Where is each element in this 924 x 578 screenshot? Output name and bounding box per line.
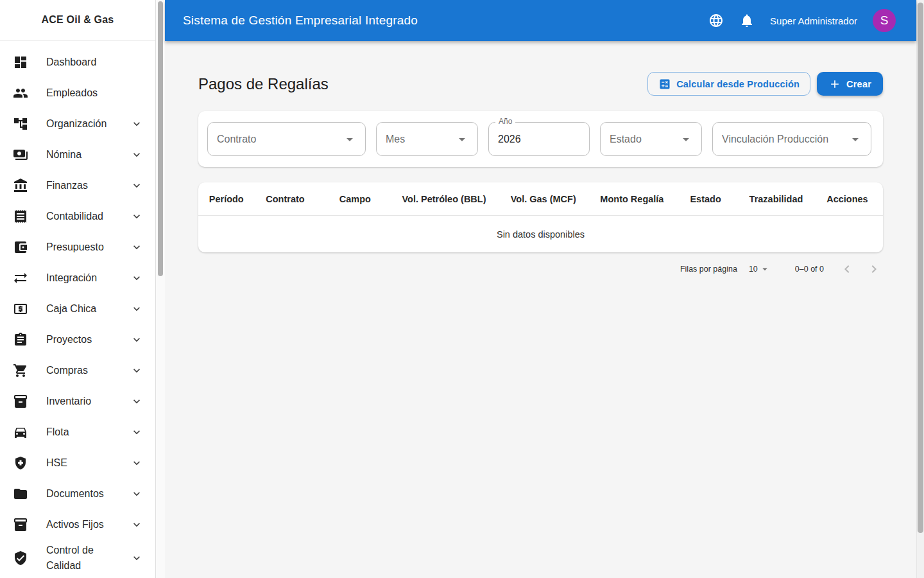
contrato-filter-select[interactable]: Contrato bbox=[207, 122, 366, 156]
chevron-down-icon bbox=[130, 179, 143, 192]
sidebar-item-control-de-calidad[interactable]: Control de Calidad bbox=[0, 540, 155, 576]
brand: ACE Oil & Gas bbox=[0, 0, 155, 40]
chevron-down-icon bbox=[130, 487, 143, 500]
page-actions: Calcular desde Producción Crear bbox=[647, 72, 883, 96]
avatar[interactable]: S bbox=[873, 9, 896, 32]
folder-icon bbox=[13, 486, 28, 502]
sidebar-scrollbar-thumb[interactable] bbox=[158, 1, 163, 276]
chevron-down-icon bbox=[130, 457, 143, 469]
sidebar-scrollbar[interactable] bbox=[156, 0, 165, 578]
estado-filter-select[interactable]: Estado bbox=[600, 122, 702, 156]
anio-value: 2026 bbox=[498, 134, 521, 145]
sidebar-item-organizacion[interactable]: Organización bbox=[0, 109, 155, 139]
sidebar-item-finanzas[interactable]: Finanzas bbox=[0, 170, 155, 201]
cart-icon bbox=[13, 363, 28, 378]
create-button[interactable]: Crear bbox=[817, 72, 883, 96]
sidebar-item-inventario[interactable]: Inventario bbox=[0, 386, 155, 417]
language-globe-icon[interactable] bbox=[708, 13, 724, 28]
table-pagination: Filas por página 10 0–0 of 0 bbox=[198, 252, 883, 286]
sidebar-item-label: Documentos bbox=[46, 486, 130, 502]
sidebar-item-label: Flota bbox=[46, 425, 130, 440]
sidebar-item-label: Nómina bbox=[46, 147, 130, 162]
app-title: Sistema de Gestión Empresarial Integrado bbox=[183, 13, 708, 28]
sidebar-item-label: HSE bbox=[46, 455, 130, 471]
arrow-drop-down-icon bbox=[342, 132, 357, 147]
sidebar-item-caja-chica[interactable]: Caja Chica bbox=[0, 293, 155, 324]
window-scrollbar[interactable] bbox=[916, 0, 924, 578]
chevron-down-icon bbox=[130, 272, 143, 285]
sidebar-item-label: Control de Calidad bbox=[46, 543, 130, 574]
main-area: Sistema de Gestión Empresarial Integrado… bbox=[165, 0, 916, 578]
sidebar-item-activos-fijos[interactable]: Activos Fijos bbox=[0, 509, 155, 540]
royalties-table: PeríodoContratoCampoVol. Petróleo (BBL)V… bbox=[198, 182, 883, 252]
sidebar-item-label: Inventario bbox=[46, 394, 130, 409]
column-header[interactable]: Vol. Gas (MCF) bbox=[494, 194, 593, 204]
chevron-down-icon bbox=[130, 148, 143, 161]
sidebar-item-compras[interactable]: Compras bbox=[0, 355, 155, 386]
sidebar-item-label: Dashboard bbox=[46, 55, 143, 70]
sidebar-item-contabilidad[interactable]: Contabilidad bbox=[0, 201, 155, 232]
sidebar-item-label: Contabilidad bbox=[46, 209, 130, 224]
chevron-down-icon bbox=[130, 552, 143, 565]
sidebar-item-empleados[interactable]: Empleados bbox=[0, 78, 155, 109]
column-header[interactable]: Campo bbox=[316, 194, 395, 204]
column-header[interactable]: Trazabilidad bbox=[740, 194, 812, 204]
people-icon bbox=[13, 85, 28, 101]
rows-per-page-label: Filas por página bbox=[680, 265, 737, 274]
sidebar-item-presupuesto[interactable]: Presupuesto bbox=[0, 232, 155, 263]
calculate-from-production-button[interactable]: Calcular desde Producción bbox=[647, 72, 810, 96]
chevron-right-icon bbox=[866, 261, 882, 277]
column-header[interactable]: Vol. Petróleo (BBL) bbox=[394, 194, 494, 204]
column-header[interactable]: Estado bbox=[671, 194, 740, 204]
sidebar-item-label: Empleados bbox=[46, 85, 143, 101]
app-root: ACE Oil & Gas DashboardEmpleadosOrganiza… bbox=[0, 0, 924, 578]
sidebar-item-label: Presupuesto bbox=[46, 240, 130, 255]
rows-per-page-select[interactable]: 10 bbox=[749, 263, 771, 275]
next-page-button[interactable] bbox=[865, 260, 883, 278]
notifications-bell-icon[interactable] bbox=[739, 13, 755, 28]
arrow-drop-down-icon bbox=[759, 263, 771, 275]
sidebar-item-label: Finanzas bbox=[46, 178, 130, 193]
org-tree-icon bbox=[13, 116, 28, 132]
page-header-row: Pagos de Regalías Calcular desde Producc… bbox=[198, 72, 883, 96]
sidebar-item-hse[interactable]: HSE bbox=[0, 448, 155, 478]
previous-page-button[interactable] bbox=[838, 260, 856, 278]
chevron-down-icon bbox=[130, 118, 143, 130]
chevron-left-icon bbox=[839, 261, 855, 277]
chevron-down-icon bbox=[130, 302, 143, 315]
column-header[interactable]: Contrato bbox=[254, 194, 316, 204]
sidebar-item-proyectos[interactable]: Proyectos bbox=[0, 324, 155, 355]
anio-label: Año bbox=[495, 117, 515, 126]
car-icon bbox=[13, 425, 28, 440]
sidebar-item-label: Integración bbox=[46, 270, 130, 286]
anio-input[interactable]: Año 2026 bbox=[488, 122, 590, 156]
sidebar-nav: DashboardEmpleadosOrganizaciónNóminaFina… bbox=[0, 40, 155, 576]
sidebar-item-label: Caja Chica bbox=[46, 301, 130, 317]
table-empty-message: Sin datos disponibles bbox=[198, 216, 883, 252]
sidebar-item-integracion[interactable]: Integración bbox=[0, 263, 155, 293]
chevron-down-icon bbox=[130, 518, 143, 531]
column-header[interactable]: Monto Regalía bbox=[593, 194, 672, 204]
arrow-drop-down-icon bbox=[454, 132, 470, 147]
sidebar-item-dashboard[interactable]: Dashboard bbox=[0, 47, 155, 78]
plus-icon bbox=[828, 78, 841, 91]
sidebar-item-label: Compras bbox=[46, 363, 130, 378]
sidebar-item-label: Activos Fijos bbox=[46, 517, 130, 532]
calculate-icon bbox=[658, 78, 671, 91]
sidebar-item-flota[interactable]: Flota bbox=[0, 417, 155, 448]
chevron-down-icon bbox=[130, 426, 143, 439]
column-header[interactable]: Período bbox=[198, 194, 254, 204]
bank-icon bbox=[13, 178, 28, 193]
sidebar-item-nomina[interactable]: Nómina bbox=[0, 139, 155, 170]
window-scrollbar-thumb[interactable] bbox=[918, 3, 923, 533]
inventory-icon bbox=[13, 517, 28, 532]
column-header[interactable]: Acciones bbox=[812, 194, 882, 204]
vinculacion-produccion-filter-select[interactable]: Vinculación Producción bbox=[712, 122, 871, 156]
clipboard-icon bbox=[13, 332, 28, 347]
shield-plus-icon bbox=[13, 455, 28, 471]
sidebar: ACE Oil & Gas DashboardEmpleadosOrganiza… bbox=[0, 0, 156, 578]
mes-filter-select[interactable]: Mes bbox=[376, 122, 478, 156]
sidebar-item-documentos[interactable]: Documentos bbox=[0, 478, 155, 509]
chevron-down-icon bbox=[130, 395, 143, 408]
pagination-range: 0–0 of 0 bbox=[795, 265, 824, 274]
